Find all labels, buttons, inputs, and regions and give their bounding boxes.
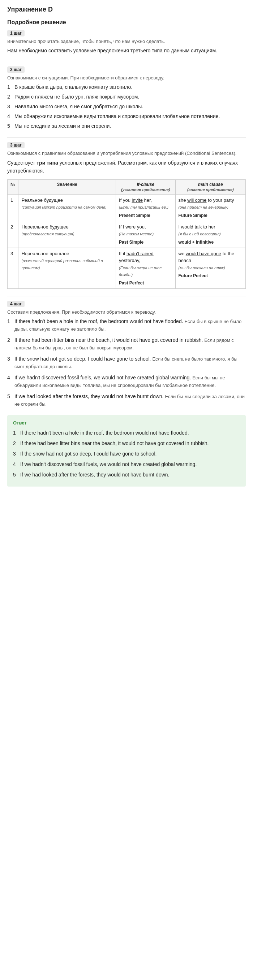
list-item: If we hadn't discovered fossil fuels, we… xyxy=(7,374,246,389)
step1-main: Нам необходимо составить условные предло… xyxy=(7,47,246,54)
row-num: 2 xyxy=(8,221,18,248)
answer-item: If there hadn't been a hole in the roof,… xyxy=(13,429,240,437)
answer-label: Ответ xyxy=(13,420,240,426)
situation-list: В крыше была дыра, спальную комнату зато… xyxy=(7,83,246,130)
situation-item: Мы обнаружили ископаемые виды топлива и … xyxy=(7,113,246,120)
row-meaning: Нереальное прошлое (возможный сценарий р… xyxy=(18,248,116,288)
answer-item: If the snow had not got so deep, I could… xyxy=(13,450,240,458)
step2-badge: 2 шаг xyxy=(7,67,25,73)
step4-block: 4 шаг Составим предложения. При необходи… xyxy=(7,301,246,408)
list-item: If there had been litter bins near the b… xyxy=(7,336,246,352)
situation-item: Навалило много снега, я не смог добратьс… xyxy=(7,103,246,110)
grammar-table: № Значение If-clause (условное предложен… xyxy=(7,180,246,289)
row-if-clause: If it hadn't rained yesterday, (Если бы … xyxy=(116,248,175,288)
row-if-clause: If I were you, (На твоем месте) Past Sim… xyxy=(116,221,175,248)
step3-desc: Ознакомимся с правилами образования и уп… xyxy=(7,151,246,156)
step2-desc: Ознакомимся с ситуациями. При необходимо… xyxy=(7,75,246,81)
col-header-meaning: Значение xyxy=(18,180,116,194)
sentence-list: If there hadn't been a hole in the roof,… xyxy=(7,318,246,408)
list-item: If the snow had not got so deep, I could… xyxy=(7,355,246,370)
answer-box: Ответ If there hadn't been a hole in the… xyxy=(7,415,246,487)
answer-item: If there had been litter bins near the b… xyxy=(13,440,240,447)
row-num: 3 xyxy=(8,248,18,288)
col-header-if: If-clause (условное предложение) xyxy=(116,180,175,194)
row-if-clause: If you invite her, (Если ты пригласишь е… xyxy=(116,194,175,221)
list-item: If there hadn't been a hole in the roof,… xyxy=(7,318,246,333)
row-num: 1 xyxy=(8,194,18,221)
section-subtitle: Подробное решение xyxy=(7,19,246,25)
row-meaning: Реальное будущее (ситуация может произой… xyxy=(18,194,116,221)
list-item: If we had looked after the forests, they… xyxy=(7,393,246,408)
step1-badge: 1 шаг xyxy=(7,30,25,37)
step3-badge: 3 шаг xyxy=(7,142,25,148)
step4-desc: Составим предложения. При необходимости … xyxy=(7,309,246,315)
col-header-num: № xyxy=(8,180,18,194)
answer-item: If we hadn't discovered fossil fuels, we… xyxy=(13,461,240,468)
step4-badge: 4 шаг xyxy=(7,301,25,307)
row-meaning: Нереальное будущее (предполагаемая ситуа… xyxy=(18,221,116,248)
step2-block: 2 шаг Ознакомимся с ситуациями. При необ… xyxy=(7,67,246,130)
row-main-clause: she will come to your party (она придёт … xyxy=(175,194,245,221)
exercise-title: Упражнение D xyxy=(7,6,246,13)
step1-desc: Внимательно прочитать задание, чтобы пон… xyxy=(7,39,246,44)
answer-item: If we had looked after the forests, they… xyxy=(13,471,240,479)
answer-list: If there hadn't been a hole in the roof,… xyxy=(13,429,240,479)
situation-item: Мы не следили за лесами и они сгорели. xyxy=(7,123,246,130)
col-header-main: main clause (главное предложение) xyxy=(175,180,245,194)
situation-item: В крыше была дыра, спальную комнату зато… xyxy=(7,83,246,91)
table-row: 3 Нереальное прошлое (возможный сценарий… xyxy=(8,248,246,288)
row-main-clause: I would talk to her (я бы с ней поговори… xyxy=(175,221,245,248)
row-main-clause: we would have gone to the beach (мы бы п… xyxy=(175,248,245,288)
situation-item: Рядом с пляжем не было урн, пляж покрыт … xyxy=(7,93,246,101)
table-row: 2 Нереальное будущее (предполагаемая сит… xyxy=(8,221,246,248)
table-row: 1 Реальное будущее (ситуация может произ… xyxy=(8,194,246,221)
step3-block: 3 шаг Ознакомимся с правилами образовани… xyxy=(7,142,246,289)
step1-block: 1 шаг Внимательно прочитать задание, что… xyxy=(7,30,246,54)
step3-main: Существует три типа условных предложений… xyxy=(7,159,246,175)
